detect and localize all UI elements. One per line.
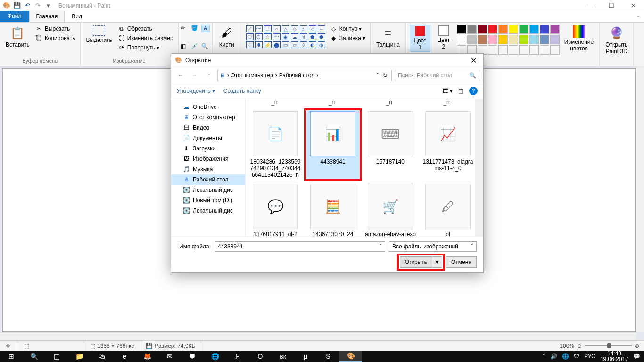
picker-icon[interactable]: 💉: [191, 43, 199, 49]
taskbar-app[interactable]: 🦊: [136, 351, 158, 362]
cut-button[interactable]: ✂Вырезать: [34, 25, 76, 33]
fill-icon[interactable]: 🪣: [191, 25, 199, 31]
search-box[interactable]: Поиск: Рабочий стол 🔍: [395, 70, 479, 81]
palette-swatch[interactable]: [519, 35, 528, 44]
shape-item[interactable]: 〜: [255, 25, 263, 32]
tray-notifications-icon[interactable]: 💬: [633, 353, 640, 360]
nav-item[interactable]: 📄Документы: [171, 133, 245, 143]
taskbar-app[interactable]: ✉: [158, 351, 181, 362]
home-tab[interactable]: Главная: [29, 11, 65, 22]
tray-volume-icon[interactable]: 🔊: [550, 353, 557, 360]
nav-item[interactable]: 🎵Музыка: [171, 164, 245, 174]
tray-safe-icon[interactable]: 🛡: [574, 353, 579, 360]
nav-forward-button[interactable]: →: [189, 70, 200, 81]
tray-date[interactable]: 19.06.2017: [600, 356, 628, 362]
shape-item[interactable]: ◊: [300, 41, 307, 48]
palette-swatch[interactable]: [509, 35, 518, 44]
palette-swatch[interactable]: [529, 25, 539, 34]
zoom-out-button[interactable]: ⊖: [577, 343, 582, 349]
taskbar-app[interactable]: S: [317, 351, 339, 362]
palette-swatch[interactable]: [478, 35, 487, 44]
edit-colors-button[interactable]: Изменение цветов: [562, 25, 595, 53]
shape-item[interactable]: ▷: [300, 25, 307, 32]
sort-header[interactable]: _n_n_n_n: [246, 99, 475, 107]
sort-column[interactable]: _n: [246, 99, 303, 107]
palette-swatch[interactable]: [540, 25, 549, 34]
zoom-in-button[interactable]: ⊕: [635, 343, 639, 349]
shape-item[interactable]: ○: [273, 25, 281, 32]
resize-button[interactable]: ⛶Изменить размер: [117, 34, 174, 42]
size-button[interactable]: ≡ Толщина: [374, 25, 402, 49]
taskbar-app[interactable]: вк: [272, 351, 294, 362]
qat-save-icon[interactable]: 💾: [13, 2, 21, 9]
palette-swatch[interactable]: [467, 25, 477, 34]
nav-item[interactable]: 🖥Рабочий стол: [171, 174, 245, 185]
shape-item[interactable]: ⬡: [255, 33, 263, 40]
shape-item[interactable]: ◐: [309, 41, 316, 48]
palette-swatch[interactable]: [498, 35, 508, 44]
filename-dropdown-icon[interactable]: ˅: [379, 243, 382, 250]
close-button[interactable]: ✕: [622, 0, 644, 11]
palette-swatch[interactable]: [550, 35, 560, 44]
preview-pane-button[interactable]: ◫: [458, 88, 463, 94]
shape-item[interactable]: ⚡: [264, 41, 272, 48]
organize-button[interactable]: Упорядочить ▾: [177, 88, 215, 94]
view-tab[interactable]: Вид: [65, 11, 89, 22]
select-button[interactable]: Выделить: [84, 25, 114, 44]
shape-item[interactable]: ▭: [282, 41, 289, 48]
nav-up-button[interactable]: ↑: [203, 70, 215, 81]
nav-item[interactable]: 🎞Видео: [171, 123, 245, 133]
zoom-slider[interactable]: [585, 345, 632, 346]
palette-swatch[interactable]: [529, 35, 539, 44]
taskbar-app[interactable]: e: [113, 351, 136, 362]
sort-column[interactable]: _n: [303, 99, 361, 107]
nav-item[interactable]: ⬇Загрузки: [171, 143, 245, 154]
nav-item[interactable]: 💽Локальный дис: [171, 206, 245, 216]
taskbar-app[interactable]: Я: [226, 351, 249, 362]
tray-network-icon[interactable]: 🌐: [562, 353, 569, 360]
shape-item[interactable]: ◑: [318, 41, 325, 48]
palette-swatch[interactable]: [550, 25, 560, 34]
qat-customize-icon[interactable]: ▾: [44, 2, 52, 9]
shape-item[interactable]: ♡: [246, 41, 254, 48]
eraser-icon[interactable]: ◧: [181, 43, 189, 49]
breadcrumb-2[interactable]: Рабочий стол: [279, 72, 314, 79]
taskbar-app[interactable]: ◱: [45, 351, 68, 362]
file-item[interactable]: 📈1311771473_diagrams-11-4_0: [420, 109, 476, 180]
rotate-button[interactable]: ⟳Повернуть ▾: [117, 43, 174, 52]
shape-outline-button[interactable]: ◇Контур ▾: [329, 25, 367, 33]
palette-swatch[interactable]: [457, 35, 466, 44]
shape-item[interactable]: ▱: [291, 41, 298, 48]
file-item[interactable]: 🖊bl: [420, 182, 476, 236]
file-item[interactable]: ⌨157187140: [363, 109, 418, 180]
file-item[interactable]: 🛒amazon-ebay-aliexpress-alibaba: [363, 182, 418, 236]
palette-swatch[interactable]: [540, 35, 549, 44]
collapse-ribbon-icon[interactable]: ˆ: [633, 16, 644, 22]
tray-up-icon[interactable]: ˄: [543, 353, 545, 360]
file-item[interactable]: 📄18034286_1238569742907134_7403446641134…: [248, 109, 303, 180]
shape-item[interactable]: ⬢: [318, 33, 325, 40]
cancel-button[interactable]: Отмена: [446, 256, 477, 268]
help-button[interactable]: ?: [469, 87, 478, 95]
view-mode-button[interactable]: 🗔 ▾: [443, 88, 453, 94]
palette-empty[interactable]: [498, 45, 508, 55]
shape-item[interactable]: ☆: [264, 33, 272, 40]
sort-column[interactable]: _n: [361, 99, 418, 107]
minimize-button[interactable]: —: [579, 0, 601, 11]
paint3d-button[interactable]: 🔮 Открыть Paint 3D: [603, 25, 629, 56]
taskbar-app[interactable]: 🔍: [23, 351, 45, 362]
nav-item[interactable]: ☁OneDrive: [171, 102, 245, 112]
text-icon[interactable]: A: [201, 25, 210, 32]
palette-swatch[interactable]: [519, 25, 528, 34]
taskbar-app[interactable]: 🎨: [339, 351, 362, 362]
file-tab[interactable]: Файл: [0, 11, 29, 22]
palette-empty[interactable]: [540, 45, 549, 55]
horizontal-scrollbar[interactable]: [0, 332, 636, 340]
qat-undo-icon[interactable]: ↶: [24, 2, 31, 9]
taskbar-app[interactable]: μ: [294, 351, 317, 362]
shape-item[interactable]: ↔: [318, 25, 325, 32]
shape-item[interactable]: ⬤: [273, 41, 281, 48]
nav-item[interactable]: 💽Локальный дис: [171, 185, 245, 195]
file-item[interactable]: 💬1376817911_gl-2: [248, 182, 303, 236]
refresh-icon[interactable]: ↻: [381, 72, 389, 79]
